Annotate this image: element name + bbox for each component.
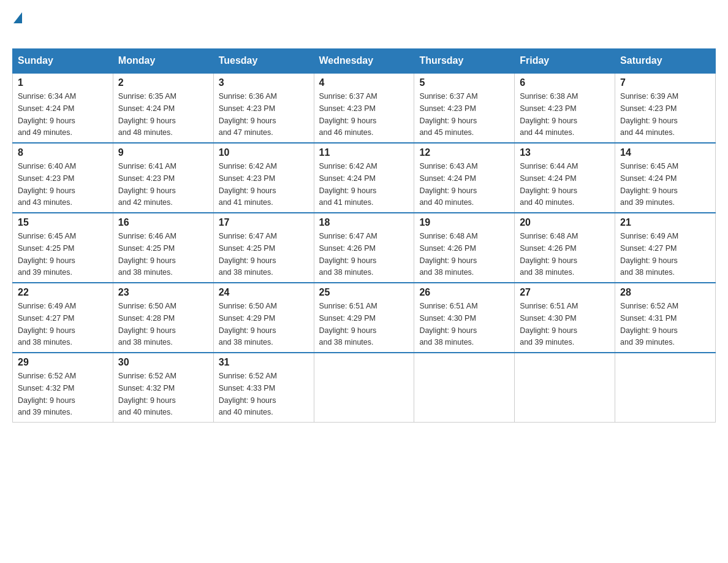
day-number: 19 (419, 217, 509, 228)
table-row: 12Sunrise: 6:43 AMSunset: 4:24 PMDayligh… (414, 143, 515, 213)
day-info: Sunrise: 6:47 AMSunset: 4:25 PMDaylight:… (219, 232, 277, 277)
day-number: 23 (118, 287, 208, 298)
table-row (414, 353, 515, 423)
day-info: Sunrise: 6:52 AMSunset: 4:32 PMDaylight:… (118, 372, 176, 416)
table-row (314, 353, 414, 423)
day-number: 5 (419, 77, 509, 88)
table-row: 2Sunrise: 6:35 AMSunset: 4:24 PMDaylight… (113, 73, 213, 143)
day-info: Sunrise: 6:52 AMSunset: 4:31 PMDaylight:… (620, 302, 678, 347)
week-row-5: 29Sunrise: 6:52 AMSunset: 4:32 PMDayligh… (13, 353, 716, 423)
day-info: Sunrise: 6:46 AMSunset: 4:25 PMDaylight:… (118, 232, 176, 277)
table-row: 28Sunrise: 6:52 AMSunset: 4:31 PMDayligh… (615, 283, 716, 353)
day-info: Sunrise: 6:39 AMSunset: 4:23 PMDaylight:… (620, 92, 678, 137)
table-row: 17Sunrise: 6:47 AMSunset: 4:25 PMDayligh… (213, 213, 314, 283)
table-row: 23Sunrise: 6:50 AMSunset: 4:28 PMDayligh… (113, 283, 213, 353)
page-header (12, 12, 716, 42)
day-number: 26 (419, 287, 509, 298)
table-row: 19Sunrise: 6:48 AMSunset: 4:26 PMDayligh… (414, 213, 515, 283)
day-info: Sunrise: 6:41 AMSunset: 4:23 PMDaylight:… (118, 162, 176, 207)
week-row-3: 15Sunrise: 6:45 AMSunset: 4:25 PMDayligh… (13, 213, 716, 283)
table-row: 26Sunrise: 6:51 AMSunset: 4:30 PMDayligh… (414, 283, 515, 353)
table-row: 7Sunrise: 6:39 AMSunset: 4:23 PMDaylight… (615, 73, 716, 143)
day-number: 11 (319, 147, 409, 158)
day-info: Sunrise: 6:37 AMSunset: 4:23 PMDaylight:… (419, 92, 477, 137)
day-info: Sunrise: 6:47 AMSunset: 4:26 PMDaylight:… (319, 232, 377, 277)
table-row: 25Sunrise: 6:51 AMSunset: 4:29 PMDayligh… (314, 283, 414, 353)
day-info: Sunrise: 6:51 AMSunset: 4:30 PMDaylight:… (520, 302, 578, 347)
table-row: 22Sunrise: 6:49 AMSunset: 4:27 PMDayligh… (13, 283, 113, 353)
day-info: Sunrise: 6:51 AMSunset: 4:29 PMDaylight:… (319, 302, 377, 347)
table-row: 29Sunrise: 6:52 AMSunset: 4:32 PMDayligh… (13, 353, 113, 423)
table-row: 4Sunrise: 6:37 AMSunset: 4:23 PMDaylight… (314, 73, 414, 143)
col-thursday: Thursday (414, 49, 515, 74)
day-info: Sunrise: 6:50 AMSunset: 4:28 PMDaylight:… (118, 302, 176, 347)
table-row: 24Sunrise: 6:50 AMSunset: 4:29 PMDayligh… (213, 283, 314, 353)
day-number: 4 (319, 77, 409, 88)
day-number: 1 (18, 77, 108, 88)
day-info: Sunrise: 6:38 AMSunset: 4:23 PMDaylight:… (520, 92, 578, 137)
week-row-1: 1Sunrise: 6:34 AMSunset: 4:24 PMDaylight… (13, 73, 716, 143)
day-info: Sunrise: 6:42 AMSunset: 4:24 PMDaylight:… (319, 162, 377, 207)
table-row: 5Sunrise: 6:37 AMSunset: 4:23 PMDaylight… (414, 73, 515, 143)
day-number: 30 (118, 357, 208, 368)
day-info: Sunrise: 6:36 AMSunset: 4:23 PMDaylight:… (219, 92, 277, 137)
day-number: 17 (219, 217, 309, 228)
table-row: 9Sunrise: 6:41 AMSunset: 4:23 PMDaylight… (113, 143, 213, 213)
day-info: Sunrise: 6:45 AMSunset: 4:24 PMDaylight:… (620, 162, 678, 207)
logo (12, 12, 22, 42)
table-row: 21Sunrise: 6:49 AMSunset: 4:27 PMDayligh… (615, 213, 716, 283)
table-row (615, 353, 716, 423)
day-number: 27 (520, 287, 610, 298)
table-row: 18Sunrise: 6:47 AMSunset: 4:26 PMDayligh… (314, 213, 414, 283)
day-number: 14 (620, 147, 710, 158)
day-number: 12 (419, 147, 509, 158)
day-info: Sunrise: 6:40 AMSunset: 4:23 PMDaylight:… (18, 162, 76, 207)
day-number: 31 (219, 357, 309, 368)
day-number: 25 (319, 287, 409, 298)
table-row: 1Sunrise: 6:34 AMSunset: 4:24 PMDaylight… (13, 73, 113, 143)
day-number: 22 (18, 287, 108, 298)
table-row: 6Sunrise: 6:38 AMSunset: 4:23 PMDaylight… (515, 73, 615, 143)
day-number: 6 (520, 77, 610, 88)
col-friday: Friday (515, 49, 615, 74)
day-number: 10 (219, 147, 309, 158)
day-info: Sunrise: 6:49 AMSunset: 4:27 PMDaylight:… (18, 302, 76, 347)
col-monday: Monday (113, 49, 213, 74)
day-info: Sunrise: 6:52 AMSunset: 4:32 PMDaylight:… (18, 372, 76, 416)
table-row: 3Sunrise: 6:36 AMSunset: 4:23 PMDaylight… (213, 73, 314, 143)
col-sunday: Sunday (13, 49, 113, 74)
day-info: Sunrise: 6:48 AMSunset: 4:26 PMDaylight:… (419, 232, 477, 277)
day-info: Sunrise: 6:50 AMSunset: 4:29 PMDaylight:… (219, 302, 277, 347)
day-number: 28 (620, 287, 710, 298)
day-info: Sunrise: 6:51 AMSunset: 4:30 PMDaylight:… (419, 302, 477, 347)
table-row: 27Sunrise: 6:51 AMSunset: 4:30 PMDayligh… (515, 283, 615, 353)
table-row: 11Sunrise: 6:42 AMSunset: 4:24 PMDayligh… (314, 143, 414, 213)
logo-arrow-icon (13, 12, 22, 23)
day-info: Sunrise: 6:35 AMSunset: 4:24 PMDaylight:… (118, 92, 176, 137)
day-info: Sunrise: 6:52 AMSunset: 4:33 PMDaylight:… (219, 372, 277, 416)
day-number: 16 (118, 217, 208, 228)
week-row-2: 8Sunrise: 6:40 AMSunset: 4:23 PMDaylight… (13, 143, 716, 213)
day-info: Sunrise: 6:49 AMSunset: 4:27 PMDaylight:… (620, 232, 678, 277)
table-row: 13Sunrise: 6:44 AMSunset: 4:24 PMDayligh… (515, 143, 615, 213)
table-row: 31Sunrise: 6:52 AMSunset: 4:33 PMDayligh… (213, 353, 314, 423)
table-row: 20Sunrise: 6:48 AMSunset: 4:26 PMDayligh… (515, 213, 615, 283)
day-info: Sunrise: 6:37 AMSunset: 4:23 PMDaylight:… (319, 92, 377, 137)
day-number: 29 (18, 357, 108, 368)
day-number: 8 (18, 147, 108, 158)
col-wednesday: Wednesday (314, 49, 414, 74)
day-number: 20 (520, 217, 610, 228)
day-number: 3 (219, 77, 309, 88)
day-info: Sunrise: 6:45 AMSunset: 4:25 PMDaylight:… (18, 232, 76, 277)
day-info: Sunrise: 6:43 AMSunset: 4:24 PMDaylight:… (419, 162, 477, 207)
day-info: Sunrise: 6:42 AMSunset: 4:23 PMDaylight:… (219, 162, 277, 207)
day-number: 7 (620, 77, 710, 88)
day-number: 13 (520, 147, 610, 158)
day-number: 18 (319, 217, 409, 228)
calendar-table: Sunday Monday Tuesday Wednesday Thursday… (12, 48, 716, 423)
table-row (515, 353, 615, 423)
day-number: 9 (118, 147, 208, 158)
table-row: 10Sunrise: 6:42 AMSunset: 4:23 PMDayligh… (213, 143, 314, 213)
day-info: Sunrise: 6:44 AMSunset: 4:24 PMDaylight:… (520, 162, 578, 207)
table-row: 16Sunrise: 6:46 AMSunset: 4:25 PMDayligh… (113, 213, 213, 283)
